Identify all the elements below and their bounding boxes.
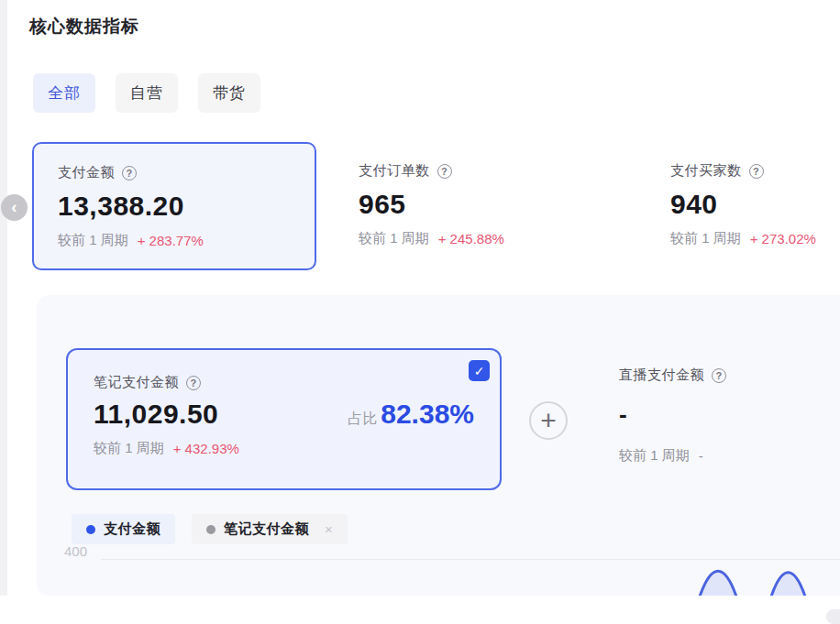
payment-trend-chart[interactable] xyxy=(642,550,840,596)
check-icon: ✓ xyxy=(474,364,485,378)
note-payment-card[interactable]: ✓ 笔记支付金额 ? 11,029.50 占比 82.38% 较前 1 周期 +… xyxy=(66,348,502,490)
bottom-right-widget[interactable] xyxy=(826,609,840,624)
note-payment-checkbox[interactable]: ✓ xyxy=(469,360,490,381)
metric-card-payment-orders[interactable]: 支付订单数 ? 965 较前 1 周期 + 245.88% xyxy=(335,142,628,270)
chevron-left-icon: ‹ xyxy=(11,198,17,215)
delta-value: + 432.93% xyxy=(173,441,239,456)
share-label: 占比 xyxy=(348,410,377,429)
compare-label: 较前 1 周期 xyxy=(94,440,164,457)
help-icon[interactable]: ? xyxy=(186,376,201,390)
legend-label: 支付金额 xyxy=(104,520,160,538)
help-icon[interactable]: ? xyxy=(712,368,726,383)
metric-value: 940 xyxy=(670,189,840,220)
core-metrics-screen: 核心数据指标 全部 自营 带货 ‹ 支付金额 ? 13,388.20 较前 1 … xyxy=(0,0,840,624)
metric-label: 支付金额 xyxy=(58,164,115,181)
tab-self-operated[interactable]: 自营 xyxy=(116,73,178,113)
live-payment-card[interactable]: 直播支付金额 ? - 较前 1 周期 - xyxy=(619,367,830,465)
delta-value: - xyxy=(699,448,703,464)
legend-dot-icon xyxy=(206,525,216,534)
chart-legend: 支付金额 笔记支付金额 × xyxy=(72,514,348,544)
compare-label: 较前 1 周期 xyxy=(58,232,128,249)
metric-card-payment-buyers[interactable]: 支付买家数 ? 940 较前 1 周期 + 273.02% xyxy=(647,142,840,270)
metric-value: 11,029.50 xyxy=(94,399,218,430)
tab-affiliate[interactable]: 带货 xyxy=(198,73,260,113)
help-icon[interactable]: ? xyxy=(122,166,137,181)
legend-chip-payment-amount[interactable]: 支付金额 xyxy=(72,514,175,544)
help-icon[interactable]: ? xyxy=(437,164,452,179)
compare-label: 较前 1 周期 xyxy=(670,230,741,247)
metric-value: 965 xyxy=(359,189,604,220)
delta-value: + 283.77% xyxy=(138,233,204,248)
scope-tabs: 全部 自营 带货 xyxy=(33,73,260,113)
metric-label: 笔记支付金额 xyxy=(94,374,179,391)
share-value: 82.38% xyxy=(381,399,474,430)
compare-label: 较前 1 周期 xyxy=(619,447,690,465)
add-metric-button[interactable]: + xyxy=(529,401,568,440)
metric-label: 支付买家数 xyxy=(670,162,742,180)
legend-label: 笔记支付金额 xyxy=(224,520,309,538)
y-axis-tick-400: 400 xyxy=(64,543,87,559)
help-icon[interactable]: ? xyxy=(749,164,764,179)
metric-label: 直播支付金额 xyxy=(619,367,704,384)
metric-card-payment-amount[interactable]: 支付金额 ? 13,388.20 较前 1 周期 + 283.77% xyxy=(32,142,316,270)
page-edge-strip xyxy=(0,0,7,596)
metric-value: - xyxy=(619,400,830,429)
legend-dot-icon xyxy=(86,525,95,534)
page-title: 核心数据指标 xyxy=(29,15,139,38)
carousel-prev-button[interactable]: ‹ xyxy=(1,194,28,221)
metric-label: 支付订单数 xyxy=(359,162,430,180)
delta-value: + 273.02% xyxy=(750,231,816,246)
compare-label: 较前 1 周期 xyxy=(359,230,429,247)
delta-value: + 245.88% xyxy=(438,231,504,246)
legend-chip-note-payment-amount[interactable]: 笔记支付金额 × xyxy=(192,514,348,544)
tab-all[interactable]: 全部 xyxy=(33,73,95,113)
metric-value: 13,388.20 xyxy=(58,191,291,222)
close-icon[interactable]: × xyxy=(325,521,333,537)
detail-panel: ✓ 笔记支付金额 ? 11,029.50 占比 82.38% 较前 1 周期 +… xyxy=(37,295,840,596)
plus-icon: + xyxy=(540,405,557,435)
